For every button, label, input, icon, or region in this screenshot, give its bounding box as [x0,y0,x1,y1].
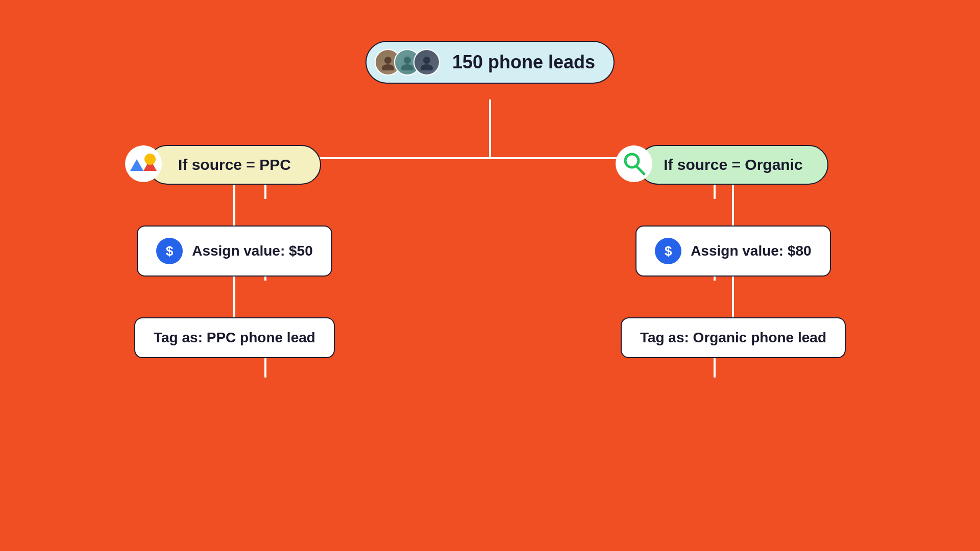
organic-dollar-icon: $ [655,238,681,264]
root-label: 150 phone leads [452,52,595,73]
organic-v-line-2 [732,277,734,317]
organic-condition-wrapper: If source = Organic [638,145,828,185]
search-icon [616,145,652,182]
ppc-tag-label: Tag as: PPC phone lead [154,330,315,345]
svg-point-11 [401,64,413,70]
svg-point-8 [384,57,391,64]
organic-assign-node: $ Assign value: $80 [635,226,831,277]
root-node: 150 phone leads [365,41,615,84]
svg-point-14 [125,145,162,182]
organic-assign-label: Assign value: $80 [691,243,812,259]
diagram: 150 phone leads [0,0,980,551]
google-ads-icon [125,145,162,182]
organic-tag-node: Tag as: Organic phone lead [621,317,846,358]
ppc-v-line-1 [233,185,235,226]
ppc-v-line-2 [233,277,235,317]
svg-point-9 [382,64,394,70]
ppc-condition-label: If source = PPC [178,156,291,173]
ppc-assign-label: Assign value: $50 [192,243,313,259]
organic-condition-node: If source = Organic [638,145,828,185]
ppc-branch: If source = PPC $ Assign value: $50 Tag … [134,145,335,358]
avatar-3 [413,49,440,76]
organic-tag-label: Tag as: Organic phone lead [640,330,826,345]
ppc-condition-node: If source = PPC [148,145,321,185]
ppc-condition-wrapper: If source = PPC [148,145,321,185]
ppc-assign-node: $ Assign value: $50 [137,226,332,277]
svg-point-17 [144,154,156,165]
organic-condition-label: If source = Organic [664,156,803,173]
organic-v-line-1 [732,185,734,226]
ppc-tag-node: Tag as: PPC phone lead [134,317,335,358]
svg-point-12 [423,57,430,64]
svg-point-10 [404,57,411,64]
svg-point-18 [616,145,652,182]
avatars [375,49,440,76]
svg-point-13 [421,64,433,70]
ppc-dollar-icon: $ [156,238,183,264]
organic-branch: If source = Organic $ Assign value: $80 … [621,145,846,358]
